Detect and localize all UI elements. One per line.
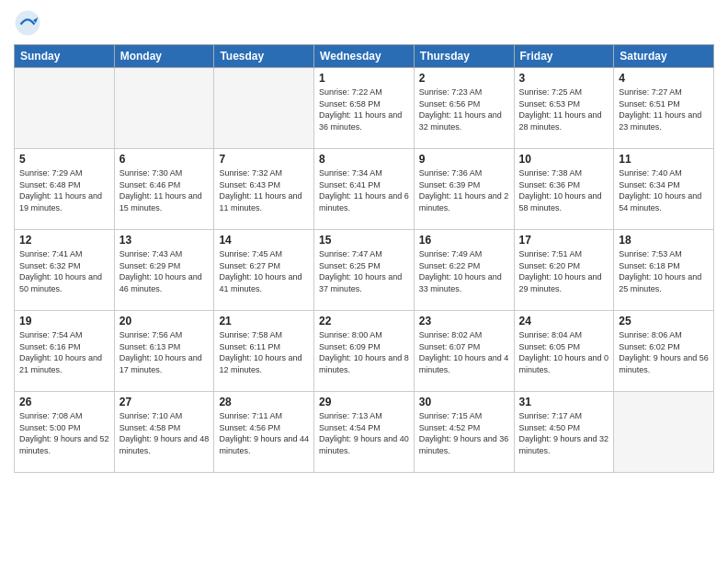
day-detail: Sunrise: 7:11 AM Sunset: 4:56 PM Dayligh… (219, 410, 309, 456)
day-detail: Sunrise: 7:56 AM Sunset: 6:13 PM Dayligh… (119, 329, 210, 375)
day-cell: 20Sunrise: 7:56 AM Sunset: 6:13 PM Dayli… (114, 311, 214, 392)
day-cell: 24Sunrise: 8:04 AM Sunset: 6:05 PM Dayli… (514, 311, 614, 392)
day-number: 5 (19, 153, 109, 166)
day-detail: Sunrise: 7:25 AM Sunset: 6:53 PM Dayligh… (519, 86, 609, 132)
day-cell: 11Sunrise: 7:40 AM Sunset: 6:34 PM Dayli… (614, 149, 714, 230)
day-cell: 22Sunrise: 8:00 AM Sunset: 6:09 PM Dayli… (314, 311, 415, 392)
day-cell (114, 68, 214, 149)
day-cell: 26Sunrise: 7:08 AM Sunset: 5:00 PM Dayli… (15, 392, 115, 473)
day-detail: Sunrise: 7:43 AM Sunset: 6:29 PM Dayligh… (119, 248, 210, 294)
week-row-1: 1Sunrise: 7:22 AM Sunset: 6:58 PM Daylig… (15, 68, 714, 149)
day-cell: 23Sunrise: 8:02 AM Sunset: 6:07 PM Dayli… (414, 311, 514, 392)
day-detail: Sunrise: 8:02 AM Sunset: 6:07 PM Dayligh… (419, 329, 509, 375)
day-number: 6 (119, 153, 210, 166)
day-detail: Sunrise: 7:40 AM Sunset: 6:34 PM Dayligh… (619, 167, 709, 213)
week-row-5: 26Sunrise: 7:08 AM Sunset: 5:00 PM Dayli… (15, 392, 714, 473)
week-row-3: 12Sunrise: 7:41 AM Sunset: 6:32 PM Dayli… (15, 230, 714, 311)
day-cell: 30Sunrise: 7:15 AM Sunset: 4:52 PM Dayli… (414, 392, 514, 473)
day-cell: 4Sunrise: 7:27 AM Sunset: 6:51 PM Daylig… (614, 68, 714, 149)
day-number: 31 (519, 396, 609, 408)
day-cell: 16Sunrise: 7:49 AM Sunset: 6:22 PM Dayli… (414, 230, 514, 311)
weekday-header-row: SundayMondayTuesdayWednesdayThursdayFrid… (15, 45, 714, 68)
day-cell (614, 392, 714, 473)
day-number: 16 (419, 234, 509, 247)
svg-point-0 (16, 11, 40, 36)
day-cell: 31Sunrise: 7:17 AM Sunset: 4:50 PM Dayli… (514, 392, 614, 473)
calendar-page: SundayMondayTuesdayWednesdayThursdayFrid… (0, 0, 728, 563)
day-detail: Sunrise: 7:45 AM Sunset: 6:27 PM Dayligh… (219, 248, 309, 294)
day-number: 25 (619, 315, 709, 327)
day-number: 23 (419, 315, 509, 327)
day-cell: 18Sunrise: 7:53 AM Sunset: 6:18 PM Dayli… (614, 230, 714, 311)
day-detail: Sunrise: 7:22 AM Sunset: 6:58 PM Dayligh… (319, 86, 409, 132)
day-number: 9 (419, 153, 509, 166)
day-cell: 5Sunrise: 7:29 AM Sunset: 6:48 PM Daylig… (15, 149, 115, 230)
day-number: 11 (619, 153, 709, 166)
week-row-2: 5Sunrise: 7:29 AM Sunset: 6:48 PM Daylig… (15, 149, 714, 230)
day-number: 4 (619, 72, 709, 85)
day-number: 28 (219, 396, 309, 408)
day-cell: 25Sunrise: 8:06 AM Sunset: 6:02 PM Dayli… (614, 311, 714, 392)
week-row-4: 19Sunrise: 7:54 AM Sunset: 6:16 PM Dayli… (15, 311, 714, 392)
day-detail: Sunrise: 7:23 AM Sunset: 6:56 PM Dayligh… (419, 86, 509, 132)
day-number: 22 (319, 315, 409, 327)
day-detail: Sunrise: 7:41 AM Sunset: 6:32 PM Dayligh… (19, 248, 109, 294)
day-cell: 8Sunrise: 7:34 AM Sunset: 6:41 PM Daylig… (314, 149, 415, 230)
day-cell: 21Sunrise: 7:58 AM Sunset: 6:11 PM Dayli… (214, 311, 314, 392)
weekday-header-tuesday: Tuesday (214, 45, 314, 68)
day-detail: Sunrise: 7:58 AM Sunset: 6:11 PM Dayligh… (219, 329, 309, 375)
day-number: 13 (119, 234, 210, 247)
day-number: 30 (419, 396, 509, 408)
day-number: 15 (319, 234, 409, 247)
weekday-header-sunday: Sunday (15, 45, 115, 68)
day-number: 2 (419, 72, 509, 85)
day-detail: Sunrise: 7:36 AM Sunset: 6:39 PM Dayligh… (419, 167, 509, 213)
day-number: 18 (619, 234, 709, 247)
day-cell: 28Sunrise: 7:11 AM Sunset: 4:56 PM Dayli… (214, 392, 314, 473)
day-number: 10 (519, 153, 609, 166)
day-cell (214, 68, 314, 149)
day-detail: Sunrise: 7:51 AM Sunset: 6:20 PM Dayligh… (519, 248, 609, 294)
day-number: 27 (119, 396, 210, 408)
day-detail: Sunrise: 7:08 AM Sunset: 5:00 PM Dayligh… (19, 410, 109, 456)
day-detail: Sunrise: 7:27 AM Sunset: 6:51 PM Dayligh… (619, 86, 709, 132)
day-number: 21 (219, 315, 309, 327)
day-detail: Sunrise: 7:38 AM Sunset: 6:36 PM Dayligh… (519, 167, 609, 213)
day-detail: Sunrise: 7:15 AM Sunset: 4:52 PM Dayligh… (419, 410, 509, 456)
logo-icon (14, 9, 41, 37)
day-number: 29 (319, 396, 409, 408)
day-number: 20 (119, 315, 210, 327)
day-detail: Sunrise: 7:13 AM Sunset: 4:54 PM Dayligh… (319, 410, 409, 456)
day-cell: 17Sunrise: 7:51 AM Sunset: 6:20 PM Dayli… (514, 230, 614, 311)
day-cell: 14Sunrise: 7:45 AM Sunset: 6:27 PM Dayli… (214, 230, 314, 311)
day-cell: 3Sunrise: 7:25 AM Sunset: 6:53 PM Daylig… (514, 68, 614, 149)
day-cell: 7Sunrise: 7:32 AM Sunset: 6:43 PM Daylig… (214, 149, 314, 230)
calendar-table: SundayMondayTuesdayWednesdayThursdayFrid… (14, 44, 714, 473)
weekday-header-saturday: Saturday (614, 45, 714, 68)
day-number: 12 (19, 234, 109, 247)
day-number: 26 (19, 396, 109, 408)
day-cell: 6Sunrise: 7:30 AM Sunset: 6:46 PM Daylig… (114, 149, 214, 230)
day-detail: Sunrise: 7:17 AM Sunset: 4:50 PM Dayligh… (519, 410, 609, 456)
day-number: 1 (319, 72, 409, 85)
day-cell: 13Sunrise: 7:43 AM Sunset: 6:29 PM Dayli… (114, 230, 214, 311)
day-detail: Sunrise: 8:04 AM Sunset: 6:05 PM Dayligh… (519, 329, 609, 375)
day-number: 19 (19, 315, 109, 327)
day-detail: Sunrise: 7:29 AM Sunset: 6:48 PM Dayligh… (19, 167, 109, 213)
day-number: 8 (319, 153, 409, 166)
day-number: 17 (519, 234, 609, 247)
day-cell: 19Sunrise: 7:54 AM Sunset: 6:16 PM Dayli… (15, 311, 115, 392)
day-cell: 10Sunrise: 7:38 AM Sunset: 6:36 PM Dayli… (514, 149, 614, 230)
day-cell: 9Sunrise: 7:36 AM Sunset: 6:39 PM Daylig… (414, 149, 514, 230)
day-detail: Sunrise: 8:00 AM Sunset: 6:09 PM Dayligh… (319, 329, 409, 375)
weekday-header-wednesday: Wednesday (314, 45, 415, 68)
weekday-header-friday: Friday (514, 45, 614, 68)
header (14, 9, 714, 37)
day-cell: 27Sunrise: 7:10 AM Sunset: 4:58 PM Dayli… (114, 392, 214, 473)
day-number: 7 (219, 153, 309, 166)
day-detail: Sunrise: 7:30 AM Sunset: 6:46 PM Dayligh… (119, 167, 210, 213)
day-detail: Sunrise: 8:06 AM Sunset: 6:02 PM Dayligh… (619, 329, 709, 375)
weekday-header-thursday: Thursday (414, 45, 514, 68)
day-cell: 1Sunrise: 7:22 AM Sunset: 6:58 PM Daylig… (314, 68, 415, 149)
day-detail: Sunrise: 7:49 AM Sunset: 6:22 PM Dayligh… (419, 248, 509, 294)
